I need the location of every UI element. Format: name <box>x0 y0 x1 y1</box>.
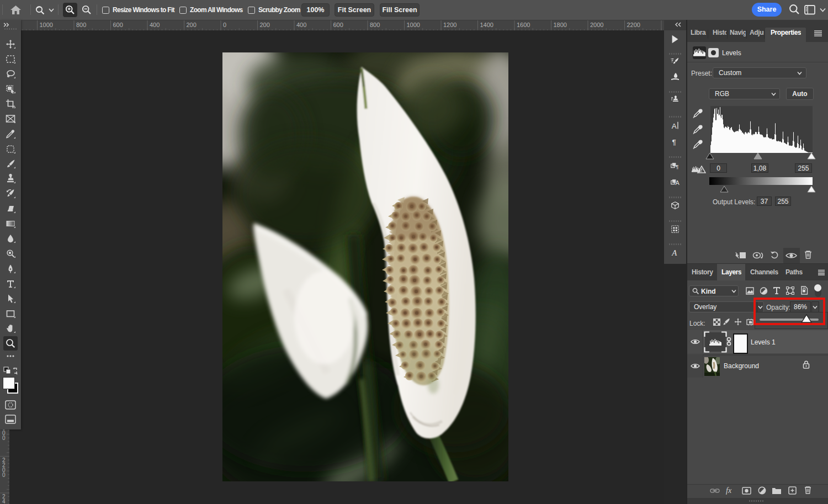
svg-text:0: 0 <box>2 472 6 478</box>
svg-text:1600: 1600 <box>517 22 530 28</box>
svg-text:800: 800 <box>370 22 380 28</box>
svg-text:200: 200 <box>187 22 197 28</box>
svg-text:1800: 1800 <box>554 22 567 28</box>
svg-text:600: 600 <box>333 22 343 28</box>
svg-text:800: 800 <box>76 22 86 28</box>
svg-text:200: 200 <box>260 22 270 28</box>
svg-text:2000: 2000 <box>590 22 603 28</box>
svg-text:1400: 1400 <box>480 22 493 28</box>
svg-text:A: A <box>672 122 677 130</box>
svg-text:A: A <box>671 248 677 257</box>
svg-text:0: 0 <box>223 22 226 28</box>
svg-text:¶: ¶ <box>672 138 676 146</box>
svg-text:400: 400 <box>296 22 306 28</box>
svg-text:2200: 2200 <box>627 22 640 28</box>
svg-text:1000: 1000 <box>40 22 53 28</box>
svg-text:0: 0 <box>2 435 6 441</box>
svg-text:400: 400 <box>150 22 160 28</box>
svg-text:1000: 1000 <box>407 22 420 28</box>
svg-text:A: A <box>675 179 680 186</box>
svg-text:1200: 1200 <box>443 22 457 28</box>
svg-text:¶: ¶ <box>676 163 678 169</box>
svg-text:600: 600 <box>113 22 123 28</box>
